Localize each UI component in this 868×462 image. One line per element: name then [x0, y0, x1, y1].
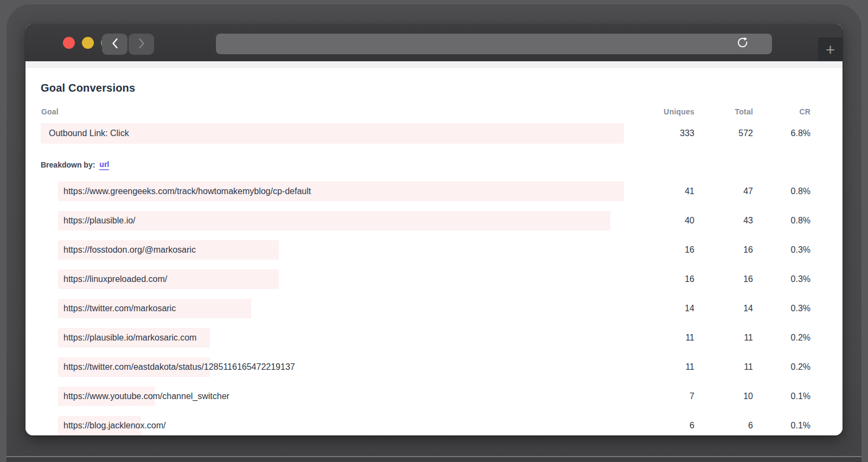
column-header-total: Total [694, 107, 753, 116]
column-header-cr: CR [753, 107, 810, 116]
row-total-value: 16 [694, 274, 753, 284]
back-button[interactable] [102, 34, 127, 55]
row-values: 11 11 0.2% [624, 333, 810, 343]
row-label: https://www.greengeeks.com/track/howtoma… [63, 187, 311, 196]
row-total-value: 11 [694, 362, 753, 372]
row-cr-value: 0.3% [753, 304, 810, 313]
row-values: 40 43 0.8% [624, 216, 810, 226]
reload-icon [736, 36, 750, 52]
row-total-value: 6 [694, 421, 753, 431]
row-label: https://twitter.com/markosaric [63, 304, 176, 313]
plus-icon: + [826, 42, 835, 58]
row-label: https://twitter.com/eastdakota/status/12… [63, 362, 295, 372]
row-values: 6 6 0.1% [624, 421, 810, 431]
row-uniques-value: 16 [624, 274, 694, 284]
goal-conversions-panel: Goal Conversions Goal Uniques Total CR O… [25, 81, 843, 435]
row-values: 7 10 0.1% [624, 392, 810, 401]
row-cr-value: 0.2% [753, 362, 810, 372]
row-uniques-value: 40 [624, 216, 694, 226]
row-cr-value: 0.2% [753, 333, 810, 343]
address-bar-input[interactable] [216, 34, 772, 54]
column-header-goal: Goal [41, 107, 624, 116]
row-cr-value: 0.8% [753, 216, 810, 226]
row-cr-value: 6.8% [753, 129, 810, 138]
page-top-strip [25, 61, 843, 68]
row-total-value: 16 [694, 245, 753, 255]
conversion-bar-fill [58, 211, 610, 230]
breakdown-label: Breakdown by: [41, 161, 95, 169]
row-values: 14 14 0.3% [624, 304, 810, 313]
row-uniques-value: 11 [624, 333, 694, 343]
breakdown-by-url-link[interactable]: url [99, 160, 109, 170]
row-uniques-value: 7 [624, 392, 694, 401]
conversion-bar[interactable]: https://fosstodon.org/@markosaric [58, 240, 624, 260]
row-values: 41 47 0.8% [624, 187, 810, 196]
row-cr-value: 0.1% [753, 392, 810, 401]
conversion-bar[interactable]: https://twitter.com/eastdakota/status/12… [58, 357, 624, 377]
row-label: https://plausible.io/markosaric.com [63, 333, 196, 343]
browser-toolbar: + [25, 24, 843, 61]
row-uniques-value: 11 [624, 362, 694, 372]
table-row: https://fosstodon.org/@markosaric 16 16 … [58, 240, 810, 260]
row-total-value: 11 [694, 333, 753, 343]
row-values: 11 11 0.2% [624, 362, 810, 372]
table-row: https://twitter.com/markosaric 14 14 0.3… [58, 299, 810, 318]
row-values: 333 572 6.8% [624, 129, 810, 138]
row-cr-value: 0.1% [753, 421, 810, 431]
forward-button[interactable] [129, 34, 154, 55]
conversion-bar[interactable]: https://twitter.com/markosaric [58, 299, 624, 318]
row-cr-value: 0.3% [753, 274, 810, 284]
panel-title: Goal Conversions [41, 81, 810, 95]
row-label: https://linuxpreloaded.com/ [63, 274, 167, 284]
row-cr-value: 0.8% [753, 187, 810, 196]
conversion-bar[interactable]: https://www.greengeeks.com/track/howtoma… [58, 182, 624, 201]
table-row: https://www.greengeeks.com/track/howtoma… [58, 182, 810, 201]
row-uniques-value: 14 [624, 304, 694, 313]
table-row: https://twitter.com/eastdakota/status/12… [58, 357, 810, 377]
row-label: https://blog.jacklenox.com/ [63, 421, 166, 431]
table-header-row: Goal Uniques Total CR [41, 107, 810, 117]
conversion-bar[interactable]: https://plausible.io/ [58, 211, 624, 230]
row-uniques-value: 6 [624, 421, 694, 431]
row-label: Outbound Link: Click [49, 129, 129, 138]
row-uniques-value: 16 [624, 245, 694, 255]
row-label: https://fosstodon.org/@markosaric [63, 245, 196, 255]
browser-window: + Goal Conversions Goal Uniques Total CR… [25, 24, 843, 435]
minimize-window-button[interactable] [82, 37, 94, 49]
close-window-button[interactable] [63, 37, 75, 49]
row-total-value: 14 [694, 304, 753, 313]
conversion-bar[interactable]: https://plausible.io/markosaric.com [58, 328, 624, 348]
row-values: 16 16 0.3% [624, 245, 810, 255]
table-row: https://blog.jacklenox.com/ 6 6 0.1% [58, 416, 810, 435]
chevron-right-icon [137, 37, 146, 52]
row-uniques-value: 41 [624, 187, 694, 196]
conversion-bar[interactable]: https://blog.jacklenox.com/ [58, 416, 624, 435]
table-row: https://www.youtube.com/channel_switcher… [58, 387, 810, 406]
url-breakdown-rows: https://www.greengeeks.com/track/howtoma… [41, 182, 810, 435]
row-total-value: 47 [694, 187, 753, 196]
new-tab-button[interactable]: + [818, 37, 843, 62]
table-row: https://linuxpreloaded.com/ 16 16 0.3% [58, 270, 810, 289]
row-total-value: 572 [694, 129, 753, 138]
reload-button[interactable] [735, 36, 750, 52]
row-values: 16 16 0.3% [624, 274, 810, 284]
row-total-value: 10 [694, 392, 753, 401]
conversion-bar[interactable]: Outbound Link: Click [41, 123, 624, 144]
page-content: Goal Conversions Goal Uniques Total CR O… [25, 61, 843, 435]
row-cr-value: 0.3% [753, 245, 810, 255]
conversion-bar[interactable]: https://www.youtube.com/channel_switcher [58, 387, 624, 406]
table-row: https://plausible.io/markosaric.com 11 1… [58, 328, 810, 348]
table-row: https://plausible.io/ 40 43 0.8% [58, 211, 810, 230]
row-total-value: 43 [694, 216, 753, 226]
conversion-bar[interactable]: https://linuxpreloaded.com/ [58, 270, 624, 289]
column-header-uniques: Uniques [624, 107, 694, 116]
row-label: https://www.youtube.com/channel_switcher [63, 392, 229, 401]
chevron-left-icon [111, 37, 119, 52]
breakdown-control: Breakdown by: url [41, 159, 810, 171]
row-label: https://plausible.io/ [63, 216, 136, 226]
row-uniques-value: 333 [624, 129, 694, 138]
table-row: Outbound Link: Click 333 572 6.8% [41, 123, 810, 144]
goal-rows: Outbound Link: Click 333 572 6.8% [41, 123, 810, 144]
